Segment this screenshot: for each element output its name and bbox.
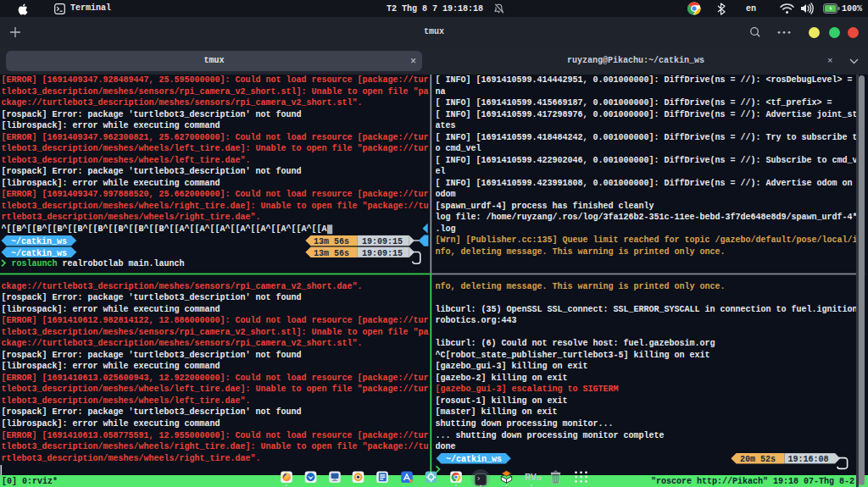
svg-text:13m 56s: 13m 56s [314,237,349,246]
svg-text:20m 52s: 20m 52s [740,455,776,464]
svg-text:~/catkin_ws: ~/catkin_ws [11,237,67,246]
svg-text:~/catkin_ws: ~/catkin_ws [11,249,67,258]
svg-text:19:09:15: 19:09:15 [362,249,403,258]
svg-text:iz: iz [537,474,542,482]
svg-text:13m 56s: 13m 56s [314,249,349,258]
svg-text:RV: RV [525,473,537,482]
svg-text:19:09:15: 19:09:15 [362,237,403,246]
svg-text:19:16:08: 19:16:08 [788,455,829,464]
